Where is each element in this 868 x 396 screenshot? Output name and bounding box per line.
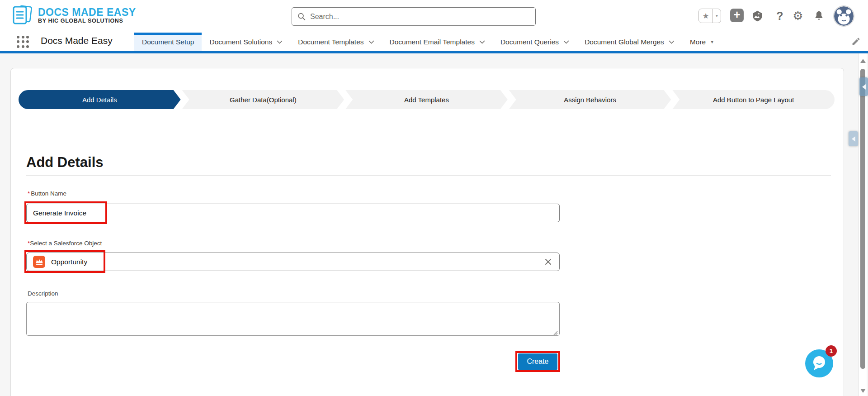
docs-logo-icon [10,4,34,27]
app-name: Docs Made Easy [41,35,113,46]
vertical-scrollbar[interactable] [859,53,867,396]
app-launcher-icon[interactable] [17,36,29,48]
scrollbar-thumb[interactable] [860,69,865,369]
chevron-down-icon [563,40,569,44]
description-textarea[interactable] [26,302,560,336]
path-step-assign-behaviors[interactable]: Assign Behaviors [509,90,671,109]
path-step-add-templates[interactable]: Add Templates [345,90,508,109]
question-mark-icon: ? [776,10,783,23]
tab-label: Document Solutions [209,38,272,46]
user-avatar[interactable] [833,5,854,27]
tab-more[interactable]: More ▼ [682,33,722,51]
close-icon [545,258,552,265]
gear-icon: ⚙ [793,10,803,22]
chevron-left-icon [852,136,855,142]
tab-document-templates[interactable]: Document Templates [290,33,382,51]
global-actions-button[interactable]: + [730,9,744,22]
path-step-label: Assign Behaviors [564,96,616,104]
global-header: DOCS MADE EASY BY HIC GLOBAL SOLUTIONS ★… [0,0,868,33]
divider [26,175,831,176]
more-label: More [690,38,706,46]
chevron-down-icon [277,40,283,44]
caret-down-icon: ▼ [710,39,714,44]
tab-label: Document Email Templates [390,38,475,46]
create-button[interactable]: Create [518,353,557,370]
koala-avatar-icon [834,6,854,26]
guidance-button[interactable] [750,10,764,22]
path-step-label: Gather Data(Optional) [230,96,297,104]
chevron-left-icon [862,84,866,90]
path-step-label: Add Templates [404,96,449,104]
nav-tabs: Document Setup Document Solutions Docume… [134,33,722,51]
tab-document-email-templates[interactable]: Document Email Templates [382,33,493,51]
tab-document-queries[interactable]: Document Queries [493,33,577,51]
chevron-down-icon [479,40,485,44]
scroll-up-arrow[interactable] [860,59,866,63]
tab-document-solutions[interactable]: Document Solutions [202,33,290,51]
chevron-down-icon [368,40,374,44]
opportunity-crown-icon [33,256,45,268]
brand-title: DOCS MADE EASY [38,7,136,18]
bell-icon [813,10,825,22]
chat-bubble-icon [811,355,827,372]
global-search[interactable] [292,7,536,26]
tab-label: Document Global Merges [585,38,664,46]
document-setup-card: Add Details Gather Data(Optional) Add Te… [10,68,844,396]
app-nav-bar: Docs Made Easy Document Setup Document S… [0,33,868,51]
plus-icon: + [733,8,740,21]
tab-label: Document Templates [298,38,363,46]
chevron-down-icon [669,40,675,44]
path-step-label: Add Button to Page Layout [713,96,794,104]
side-panel-handle[interactable] [849,131,858,146]
edit-nav-button[interactable] [851,37,861,48]
required-asterisk: * [28,190,30,197]
tab-label: Document Queries [500,38,559,46]
side-panel-handle[interactable] [859,77,868,96]
star-icon[interactable]: ★ [699,9,712,23]
brand-subtitle: BY HIC GLOBAL SOLUTIONS [38,18,136,24]
setup-button[interactable]: ⚙ [791,10,805,22]
favorites-combo[interactable]: ★ ▾ [698,9,721,23]
app-logo: DOCS MADE EASY BY HIC GLOBAL SOLUTIONS [10,4,136,27]
pencil-icon [851,37,861,46]
setup-path: Add Details Gather Data(Optional) Add Te… [19,90,835,109]
search-input[interactable] [310,13,530,21]
path-step-add-details[interactable]: Add Details [19,90,181,109]
salesforce-object-pill[interactable]: Opportunity [26,253,560,271]
chevron-down-icon[interactable]: ▾ [713,9,721,23]
tab-document-setup[interactable]: Document Setup [134,33,202,51]
button-name-label: *Button Name [28,190,66,197]
scroll-down-arrow[interactable] [860,389,866,393]
mountain-shield-icon [751,10,764,22]
path-step-label: Add Details [82,96,117,104]
chat-unread-badge: 1 [826,345,837,357]
tab-document-global-merges[interactable]: Document Global Merges [577,33,682,51]
tab-label: Document Setup [142,38,194,46]
notifications-button[interactable] [812,10,826,22]
help-button[interactable]: ? [773,10,787,22]
selected-object-value: Opportunity [51,258,537,266]
search-icon [297,12,306,21]
path-step-add-button-to-page-layout[interactable]: Add Button to Page Layout [672,90,835,109]
page-title: Add Details [26,154,104,171]
clear-selection-button[interactable] [543,257,553,267]
path-step-gather-data[interactable]: Gather Data(Optional) [182,90,344,109]
salesforce-object-label: *Select a Salesforce Object [28,240,102,247]
button-name-input[interactable] [26,204,560,222]
description-label: Description [28,290,58,297]
